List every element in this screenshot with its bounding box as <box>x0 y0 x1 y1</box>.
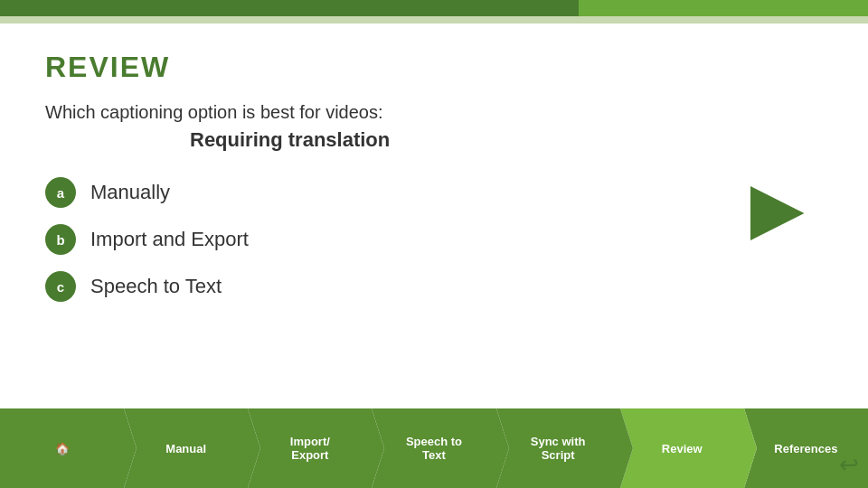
nav-review-label: Review <box>662 442 703 455</box>
option-c-text: Speech to Text <box>90 275 222 298</box>
nav-review[interactable]: Review <box>620 408 744 488</box>
option-a[interactable]: a Manually <box>45 177 823 208</box>
nav-import-export[interactable]: Import/Export <box>248 408 372 488</box>
nav-speech-to-text-label: Speech toText <box>406 435 462 462</box>
nav-home[interactable]: 🏠 <box>0 408 124 488</box>
option-c[interactable]: c Speech to Text <box>45 271 823 302</box>
nav-sync-with-script-label: Sync withScript <box>531 435 586 462</box>
bottom-nav: 🏠 Manual Import/Export Speech toText Syn… <box>0 408 868 488</box>
top-bar <box>0 0 868 16</box>
option-b[interactable]: b Import and Export <box>45 224 823 255</box>
nav-speech-to-text[interactable]: Speech toText <box>372 408 495 488</box>
question-line1: Which captioning option is best for vide… <box>45 102 823 123</box>
main-content: Review Which captioning option is best f… <box>0 23 868 327</box>
second-bar <box>0 16 868 23</box>
option-a-text: Manually <box>90 181 170 204</box>
option-c-bubble: c <box>45 271 76 302</box>
option-a-bubble: a <box>45 177 76 208</box>
nav-manual-label: Manual <box>165 442 206 455</box>
return-icon[interactable]: ↩ <box>839 451 859 479</box>
question-line2: Requiring translation <box>45 128 823 152</box>
home-icon: 🏠 <box>55 442 70 455</box>
nav-references-label: References <box>774 442 837 455</box>
option-b-bubble: b <box>45 224 76 255</box>
nav-manual[interactable]: Manual <box>124 408 248 488</box>
page-title: Review <box>45 51 823 84</box>
option-b-text: Import and Export <box>90 228 249 251</box>
nav-sync-with-script[interactable]: Sync withScript <box>496 408 620 488</box>
top-bar-accent <box>579 0 868 16</box>
nav-import-export-label: Import/Export <box>290 435 330 462</box>
